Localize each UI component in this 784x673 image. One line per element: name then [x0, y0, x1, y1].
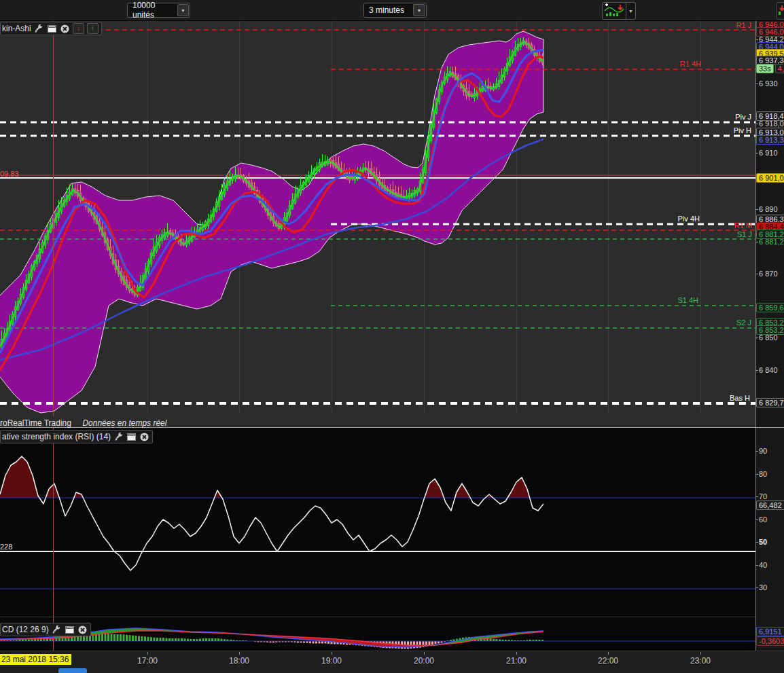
settings-wrench-icon[interactable]	[113, 432, 124, 441]
taskbar-button-sliver[interactable]	[58, 668, 87, 673]
settings-wrench-icon[interactable]	[34, 24, 44, 33]
level-label-r1-j: R1 J	[736, 21, 751, 29]
chevron-down-icon[interactable]: ▼	[177, 4, 189, 16]
rsi-axis-label: 40	[759, 561, 767, 569]
rsi-axis-tick	[755, 451, 758, 452]
units-value: 10000 unités	[132, 1, 177, 20]
macd-axis-label: -0,3603	[756, 636, 784, 646]
chart-type-icon	[603, 3, 626, 18]
brand-text: roRealTime Trading	[0, 418, 71, 428]
time-axis-label: 19:00	[321, 656, 342, 666]
price-axis-tick	[755, 338, 758, 338]
rsi-axis-tick	[755, 587, 758, 588]
level-label-s1-4h: S1 4H	[677, 296, 698, 304]
level-label-piv-4h: Piv 4H	[678, 215, 700, 223]
indicator-label: ative strength index (RSI) (14)	[2, 432, 111, 441]
rsi-axis-label: 70	[759, 492, 767, 501]
window-icon[interactable]	[126, 432, 137, 441]
price-axis-label: 6 859,67	[756, 303, 784, 312]
price-axis-tick	[755, 274, 758, 274]
left-price-label: 09,83	[0, 170, 19, 178]
rsi-axis-label: 90	[759, 447, 767, 455]
price-axis-tick	[755, 39, 758, 40]
level-label-piv-j: Piv J	[735, 113, 751, 121]
trading-app-window: { "toolbar": { "units_value": "10000 uni…	[0, 0, 784, 673]
rsi-axis-tick	[755, 565, 758, 566]
price-axis-tick	[755, 153, 758, 153]
rsi-axis-label: 80	[759, 470, 767, 478]
price-axis-tick	[755, 124, 758, 124]
close-icon[interactable]	[139, 432, 149, 441]
panel-separator	[0, 617, 755, 617]
rsi-indicator-header: ative strength index (RSI) (14)	[0, 430, 153, 443]
chevron-down-icon[interactable]: ▼	[626, 3, 635, 19]
sell-arrow-icon[interactable]: ↓	[73, 23, 84, 34]
macd-indicator-header: CD (12 26 9)	[0, 623, 91, 636]
rsi-axis-tick	[755, 474, 758, 475]
change-value: 4,92	[775, 64, 784, 73]
price-axis-tick	[755, 84, 758, 84]
panel-separator	[0, 651, 784, 651]
realtime-status-text: Données en temps réel	[82, 418, 166, 428]
price-axis-label: 6 829,75	[756, 398, 784, 407]
settings-wrench-icon[interactable]	[52, 625, 62, 634]
time-axis-label: 23:00	[690, 656, 711, 666]
close-icon[interactable]	[60, 24, 70, 33]
level-label-s2-j: S2 J	[736, 319, 751, 327]
time-axis-tick	[516, 652, 517, 655]
rsi-axis-tick	[755, 520, 758, 520]
price-axis-label: 6 881,25	[756, 230, 784, 239]
cursor-date-label: 23 mai 2018 15:36	[0, 654, 71, 665]
timeframe-select[interactable]: 3 minutes ▼	[363, 3, 427, 18]
chart-type-button[interactable]: ▼	[602, 2, 636, 20]
price-axis-label: 6 840	[759, 366, 778, 374]
heikin-ashi-indicator-header: kin-Ashi ↓ ↑	[0, 22, 102, 35]
rsi-left-label: 228	[0, 543, 12, 551]
level-label-r1-m: R1 M	[734, 221, 752, 230]
rsi-axis-tick	[755, 496, 758, 497]
time-axis-tick	[332, 652, 332, 655]
time-axis-tick	[424, 652, 425, 655]
rsi-axis-label: 60	[759, 515, 767, 524]
chart-graphics[interactable]	[0, 0, 784, 673]
window-icon[interactable]	[65, 625, 75, 634]
close-icon[interactable]	[77, 625, 88, 634]
countdown-timer: 33s	[756, 64, 774, 73]
time-axis-label: 21:00	[506, 656, 527, 666]
top-toolbar: 10000 unités ▼ 3 minutes ▼ ▼	[0, 0, 784, 21]
rsi-axis-label: 50	[759, 538, 767, 546]
price-axis-label: 6 901,00	[756, 173, 784, 183]
price-axis-label: 6 910	[759, 149, 778, 157]
indicator-label: CD (12 26 9)	[2, 625, 49, 634]
rsi-current-value: 66,482	[756, 501, 784, 510]
time-axis-tick	[700, 652, 701, 655]
time-axis-label: 18:00	[229, 656, 249, 666]
macd-axis-label: 6,9151	[756, 627, 784, 636]
candle-countdown: 33s4,92	[756, 64, 784, 73]
level-label-s1-j: S1 J	[737, 230, 752, 238]
rsi-axis-label: 30	[759, 583, 767, 592]
indicator-label: kin-Ashi	[2, 24, 31, 33]
time-axis-tick	[147, 652, 148, 655]
time-axis-label: 17:00	[137, 656, 158, 666]
price-axis-tick	[755, 370, 758, 371]
window-icon[interactable]	[47, 24, 57, 33]
units-select[interactable]: 10000 unités ▼	[127, 3, 190, 18]
buy-arrow-icon[interactable]: ↑	[87, 23, 99, 34]
level-label-bas-h: Bas H	[730, 394, 750, 402]
price-axis-label: 6 946,00	[756, 27, 784, 37]
time-axis-tick	[608, 652, 609, 655]
time-axis-label: 20:00	[414, 656, 434, 666]
price-axis-tick	[755, 242, 758, 242]
chevron-down-icon[interactable]: ▼	[413, 4, 425, 16]
price-axis-label: 6 918,45	[756, 111, 784, 121]
clipped-toolbar-button[interactable]	[777, 2, 784, 20]
brand-bar: roRealTime Trading Données en temps réel	[0, 416, 755, 427]
price-axis-label: 6 913,34	[756, 135, 784, 145]
level-label-piv-h: Piv H	[734, 126, 751, 134]
level-label-r1-4h: R1 4H	[680, 60, 701, 68]
timeframe-value: 3 minutes	[369, 5, 404, 15]
time-axis-tick	[239, 652, 240, 655]
price-axis-label: 6 890	[759, 205, 778, 213]
rsi-axis-tick	[755, 542, 758, 543]
